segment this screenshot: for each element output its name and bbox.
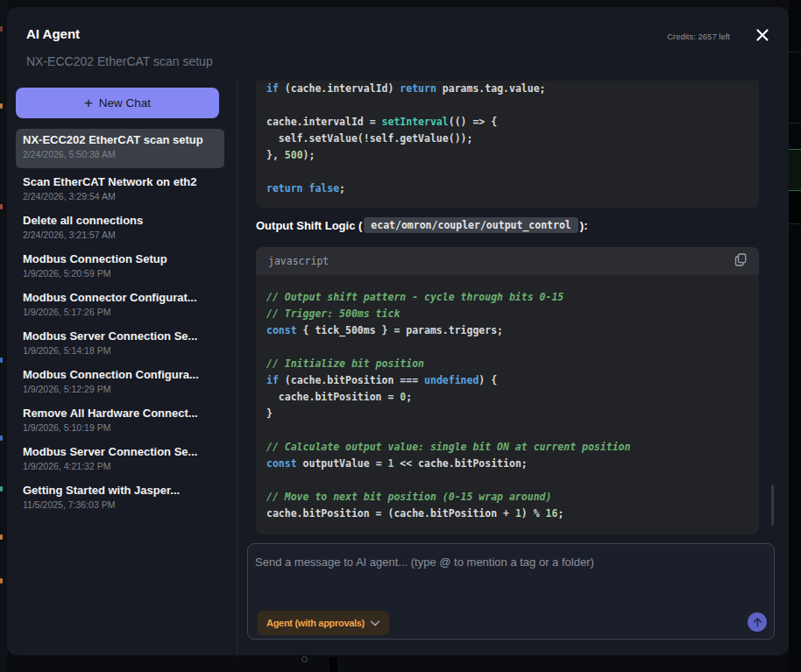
- background-app-bottom-edge: [7, 655, 789, 672]
- chat-item-timestamp: 1/9/2026, 4:21:32 PM: [23, 461, 217, 471]
- code-line: [266, 97, 748, 114]
- chat-item-timestamp: 2/24/2026, 3:29:54 AM: [23, 191, 217, 202]
- chat-item-title: Modbus Connection Setup: [23, 252, 217, 265]
- chat-history-item[interactable]: Modbus Connection Setup1/9/2026, 5:20:59…: [16, 248, 224, 286]
- chat-item-title: NX-ECC202 EtherCAT scan setup: [23, 133, 217, 146]
- chat-history-item[interactable]: Modbus Server Connection Se...1/9/2026, …: [16, 325, 224, 364]
- code-block-toggle-logic: if (cache.intervalId) return params.tag.…: [256, 81, 759, 208]
- background-tree-icon-fragment: [0, 435, 3, 441]
- chat-item-title: Modbus Server Connection Se...: [23, 445, 217, 458]
- new-chat-button[interactable]: + New Chat: [16, 88, 219, 118]
- chat-item-title: Getting Started with Jasper...: [23, 484, 217, 497]
- code-line: [266, 472, 748, 489]
- dialog-title: AI Agent: [26, 26, 80, 41]
- chat-history-item[interactable]: Getting Started with Jasper...11/5/2025,…: [16, 479, 224, 518]
- code-line: return false;: [266, 180, 748, 197]
- code-line: }: [266, 406, 748, 422]
- code-line: const { tick_500ms } = params.triggers;: [266, 322, 748, 339]
- code-line: }, 500);: [266, 147, 748, 164]
- chat-history-item[interactable]: Modbus Connector Configurat...1/9/2026, …: [16, 286, 224, 325]
- tag-path-inline-code: ecat/omron/coupler/output_control: [364, 217, 578, 233]
- output-shift-logic-label: Output Shift Logic (ecat/omron/coupler/o…: [256, 217, 587, 233]
- background-tree-icon-fragment: [0, 578, 3, 584]
- background-partial-glyph: [301, 656, 308, 662]
- code-block-output-shift: javascript // Output shift pattern - cyc…: [256, 247, 759, 534]
- chevron-down-icon: [370, 620, 380, 626]
- code-line: // Output shift pattern - cycle through …: [266, 289, 748, 306]
- agent-mode-label: Agent (with approvals): [266, 618, 365, 628]
- credits-label: Credits: 2657 left: [667, 32, 730, 41]
- background-divider-band: [330, 657, 337, 672]
- chat-history-item[interactable]: Delete all connections2/24/2026, 3:21:57…: [16, 209, 224, 248]
- agent-mode-select[interactable]: Agent (with approvals): [258, 611, 389, 635]
- background-tree-icon-fragment: [0, 26, 3, 32]
- background-tree-icon-fragment: [0, 486, 3, 492]
- chat-item-timestamp: 2/24/2026, 5:50:38 AM: [23, 149, 217, 159]
- chat-item-title: Modbus Server Connection Se...: [23, 329, 217, 343]
- chat-item-timestamp: 1/9/2026, 5:20:59 PM: [23, 268, 217, 279]
- chat-item-title: Modbus Connection Configura...: [23, 368, 217, 381]
- chat-item-timestamp: 1/9/2026, 5:10:19 PM: [23, 422, 217, 433]
- code-line: [266, 164, 748, 180]
- close-icon[interactable]: [755, 27, 768, 40]
- background-green-row: [789, 149, 801, 191]
- code-line: [266, 422, 748, 439]
- new-chat-label: New Chat: [99, 96, 151, 110]
- chat-item-title: Scan EtherCAT Network on eth2: [23, 175, 217, 188]
- dialog-subtitle: NX-ECC202 EtherCAT scan setup: [26, 54, 213, 68]
- chat-item-title: Modbus Connector Configurat...: [23, 291, 217, 304]
- send-message-button[interactable]: [748, 612, 767, 632]
- code-line: // Trigger: 500ms tick: [266, 306, 748, 322]
- code-line: const outputValue = 1 << cache.bitPositi…: [266, 456, 748, 472]
- chat-item-title: Delete all connections: [23, 214, 217, 227]
- code-line: if (cache.intervalId) return params.tag.…: [266, 81, 748, 97]
- chat-item-timestamp: 2/24/2026, 3:21:57 AM: [23, 230, 217, 240]
- code-language-label: javascript: [268, 255, 329, 267]
- chat-item-timestamp: 11/5/2025, 7:36:03 PM: [23, 499, 217, 510]
- background-tree-icon-fragment: [0, 534, 3, 540]
- code-line: if (cache.bitPosition === undefined) {: [266, 372, 748, 389]
- chat-item-timestamp: 1/9/2026, 5:12:29 PM: [23, 384, 217, 394]
- code-line: // Calculate output value: single bit ON…: [266, 439, 748, 456]
- background-app-left-edge: [0, 0, 7, 672]
- arrow-up-icon: [752, 617, 763, 628]
- message-composer[interactable]: Send a message to AI agent... (type @ to…: [247, 543, 775, 640]
- code-line: [266, 339, 748, 356]
- chat-item-title: Remove All Hardware Connect...: [23, 407, 217, 420]
- code-line: cache.intervalId = setInterval(() => {: [266, 114, 748, 131]
- chat-history-list: NX-ECC202 EtherCAT scan setup2/24/2026, …: [16, 129, 224, 518]
- chat-history-item[interactable]: Scan EtherCAT Network on eth22/24/2026, …: [16, 171, 224, 209]
- background-tree-icon-fragment: [0, 103, 3, 109]
- composer-placeholder: Send a message to AI agent... (type @ to…: [255, 555, 594, 569]
- code-line: // Move to next bit position (0-15 wrap …: [266, 489, 748, 506]
- sidebar-divider: [237, 81, 237, 657]
- plus-icon: +: [84, 95, 93, 110]
- code-line: // Initialize bit position: [266, 356, 748, 372]
- chat-history-item[interactable]: Remove All Hardware Connect...1/9/2026, …: [16, 402, 224, 441]
- background-tree-icon-fragment: [0, 204, 3, 209]
- copy-icon[interactable]: [734, 253, 747, 270]
- chat-scrollbar-thumb[interactable]: [771, 485, 774, 526]
- background-row-divider: [789, 123, 801, 124]
- background-tree-icon-fragment: [0, 357, 3, 363]
- chat-history-item[interactable]: Modbus Server Connection Se...1/9/2026, …: [16, 441, 224, 479]
- background-dark-rows: [789, 192, 801, 223]
- code-block-body: // Output shift pattern - cycle through …: [256, 275, 759, 534]
- code-line: cache.bitPosition = 0;: [266, 389, 748, 406]
- background-row-divider: [789, 223, 801, 224]
- label-prefix: Output Shift Logic (: [256, 219, 362, 232]
- chat-history-item[interactable]: NX-ECC202 EtherCAT scan setup2/24/2026, …: [16, 129, 224, 168]
- label-suffix: ):: [580, 219, 588, 232]
- chat-item-timestamp: 1/9/2026, 5:17:26 PM: [23, 307, 217, 317]
- background-row-divider: [789, 52, 801, 53]
- chat-history-item[interactable]: Modbus Connection Configura...1/9/2026, …: [16, 364, 224, 402]
- code-line: cache.bitPosition = (cache.bitPosition +…: [266, 506, 748, 522]
- code-block-header: javascript: [256, 247, 759, 275]
- background-app-right-edge: [789, 0, 801, 672]
- ai-agent-dialog: AI Agent NX-ECC202 EtherCAT scan setup C…: [7, 7, 789, 655]
- code-line: self.setValue(!self.getValue());: [266, 131, 748, 147]
- chat-item-timestamp: 1/9/2026, 5:14:18 PM: [23, 345, 217, 356]
